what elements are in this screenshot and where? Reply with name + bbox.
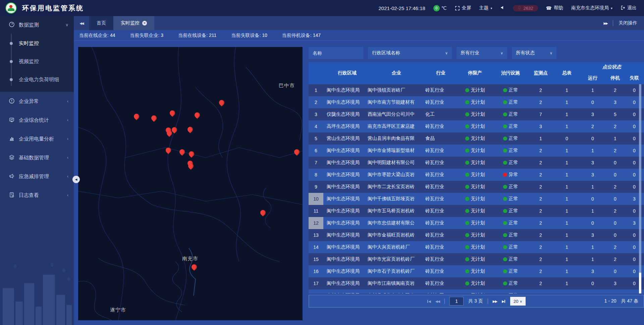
sidebar-collapse-button[interactable]: ◀ <box>72 176 80 183</box>
sidebar-item-power-usage-analysis[interactable]: 企业用电量分析 ‹ <box>0 129 74 148</box>
map-city-label: 南充市 <box>182 256 198 262</box>
prev-page-button[interactable]: ◀◀ <box>435 300 440 303</box>
table-row[interactable]: 9阆中生态环境局阆中市二龙长宝页岩砖砖瓦行业无计划正常21120 <box>309 181 644 193</box>
table-row[interactable]: 18南部生态环境局南部县砚华山砂有限公建材加工无计划正常60060 <box>309 289 644 293</box>
cell-meter-count: 1 <box>554 184 580 189</box>
cell-monitor-count: 2 <box>527 220 554 226</box>
table-body: 1阆中生态环境局阆中强锐页岩砖厂砖瓦行业无计划正常211202阆中生态环境局阆中… <box>309 84 644 293</box>
tab-realtime-monitoring[interactable]: 实时监控 ✕ <box>113 16 154 30</box>
status-select[interactable]: 所有状态∨ <box>512 47 556 59</box>
next-page-button[interactable]: ▶▶ <box>493 300 497 303</box>
sidebar-item-enterprise-abnormal[interactable]: 企业异常 ‹ <box>0 92 74 111</box>
status-dot-icon <box>503 233 507 237</box>
vertical-scrollbar[interactable] <box>639 84 641 293</box>
cell-stop-count: 2 <box>606 148 625 153</box>
cell-facility: 正常 <box>494 280 527 286</box>
cell-stop-count: 5 <box>606 112 625 117</box>
table-row[interactable]: 16阆中生态环境局阆中市石子页岩机砖厂砖瓦行业无计划正常21300 <box>309 265 644 277</box>
industry-select[interactable]: 所有行业∨ <box>457 47 507 59</box>
cell-company: 阆中明阳建材有限公司 <box>368 160 425 166</box>
org-dropdown[interactable]: 南充市生态环境局▾ <box>571 5 612 11</box>
table-row[interactable]: 6阆中生态环境局阆中市金博瑞新型墙材砖瓦行业无计划正常21120 <box>309 145 644 157</box>
sidebar-item-emergency-reduction[interactable]: 应急减排管理 ‹ <box>0 167 74 186</box>
layers-icon <box>9 154 15 161</box>
table-row[interactable]: 10阆中生态环境局阆中千佛镇五郎垭页岩砖瓦行业无计划正常21003 <box>309 193 644 205</box>
table-row[interactable]: 8阆中生态环境局阆中市枣碧大梁山页岩砖瓦行业无计划异常21300 <box>309 169 644 181</box>
cell-index: 1 <box>309 88 323 93</box>
close-operations-button[interactable]: 关闭操作 <box>613 20 637 26</box>
tabs-scroll-left-icon[interactable]: ◀◀ <box>74 16 89 30</box>
chevron-down-icon: ∨ <box>445 51 448 55</box>
page-number-input[interactable] <box>449 297 464 306</box>
table-row[interactable]: 14阆中生态环境局阆中大兴页岩机砖厂砖瓦行业无计划正常21120 <box>309 241 644 253</box>
table-row[interactable]: 12阆中生态环境局阆中市忠信建材有限公砖瓦行业无计划正常21003 <box>309 217 644 229</box>
tab-bar: ◀◀ 首页 实时监控 ✕ ▶▶ 关闭操作 <box>74 16 644 30</box>
stat-label: 当前在线设备: <box>178 33 208 38</box>
tab-close-icon[interactable]: ✕ <box>142 21 147 25</box>
cell-region: 阆中生态环境局 <box>323 196 368 202</box>
scrollbar-thumb[interactable] <box>639 273 641 293</box>
voice-mute-button[interactable] <box>500 5 505 11</box>
cell-stop-limit: 无计划 <box>456 220 494 226</box>
cell-company: 阆中市南方节能建材有 <box>368 99 425 105</box>
cell-stop-count: 2 <box>606 88 625 93</box>
cell-facility: 正常 <box>494 268 527 274</box>
cell-stop-count: 2 <box>606 208 625 214</box>
cell-company: 阆中市金博瑞新型墙材 <box>368 148 425 154</box>
status-dot-icon <box>465 233 469 237</box>
sidebar-item-video-monitoring[interactable]: 视频监控 <box>0 52 74 70</box>
cell-stop-limit: 无计划 <box>456 208 494 214</box>
region-select[interactable]: 行政区域名称∨ <box>368 47 452 59</box>
table-row[interactable]: 4高坪生态环境局南充市高坪区王家店建砖瓦行业无计划正常31220 <box>309 120 644 132</box>
sidebar-item-realtime-monitoring[interactable]: 实时监控 <box>0 34 74 52</box>
total-pages-label: 共 3 页 <box>468 298 483 304</box>
cell-meter-count: 1 <box>554 269 580 274</box>
help-button[interactable]: ☎ 帮助 <box>546 5 563 11</box>
sidebar-item-log-view[interactable]: 日志查看 ‹ <box>0 186 74 205</box>
last-page-button[interactable]: ▶ <box>502 300 505 303</box>
cell-run-count: 2 <box>580 124 606 129</box>
theme-dropdown[interactable]: 主题▾ <box>479 5 492 11</box>
col-group-point-status: 点位状态 运行 停机 失联 <box>580 62 644 84</box>
tab-home[interactable]: 首页 <box>89 16 113 30</box>
table-row[interactable]: 5营山生态环境局营山县润丰肉食品有限食品无计划正常10010 <box>309 132 644 145</box>
cell-run-count: 1 <box>580 184 606 189</box>
fullscreen-button[interactable]: 全屏 <box>455 5 471 11</box>
temperature-badge: 0 <box>433 5 440 11</box>
cell-region: 阆中生态环境局 <box>323 220 368 226</box>
col-company: 企业 <box>368 62 425 84</box>
table-row[interactable]: 2阆中生态环境局阆中市南方节能建材有砖瓦行业无计划正常21030 <box>309 96 644 108</box>
cell-industry: 砖瓦行业 <box>425 184 456 190</box>
cell-index: 9 <box>309 184 323 189</box>
sidebar-item-power-load-detail[interactable]: 企业电力负荷明细 <box>0 70 74 89</box>
table-row[interactable]: 17阆中生态环境局阆中市江南镇阆南页岩砖瓦行业无计划正常21030 <box>309 277 644 289</box>
first-page-button[interactable]: ◀ <box>427 300 431 303</box>
cell-run-count: 1 <box>580 148 606 153</box>
map-panel[interactable]: 巴中市南充市遂宁市 <box>78 47 303 320</box>
table-row[interactable]: 3仪陇生态环境局西南油气田分公司川中化工无计划正常71350 <box>309 108 644 120</box>
page-size-select[interactable]: 20∨ <box>510 297 526 306</box>
cell-region: 南部生态环境局 <box>323 292 368 293</box>
table-row[interactable]: 15阆中生态环境局阆中市光富页岩机砖厂砖瓦行业无计划正常21120 <box>309 253 644 265</box>
logout-button[interactable]: 退出 <box>621 5 637 11</box>
cell-facility: 正常 <box>494 184 527 190</box>
name-search-input[interactable] <box>309 47 363 59</box>
stat-item-4: 当前停机设备:147 <box>282 33 321 39</box>
cell-stop-limit: 无计划 <box>456 136 494 142</box>
cell-facility: 正常 <box>494 148 527 154</box>
sidebar-item-data-monitoring[interactable]: 数据监测 ∨ <box>0 16 74 34</box>
status-dot-icon <box>465 100 469 104</box>
notification-badge[interactable]: 2632 <box>513 5 538 11</box>
tabs-scroll-right-icon[interactable]: ▶▶ <box>604 21 607 25</box>
sidebar-item-base-data-management[interactable]: 基础数据管理 ‹ <box>0 148 74 167</box>
cell-run-count: 3 <box>580 172 606 177</box>
table-row[interactable]: 1阆中生态环境局阆中强锐页岩砖厂砖瓦行业无计划正常21120 <box>309 84 644 96</box>
cell-index: 3 <box>309 112 323 117</box>
table-row[interactable]: 13阆中生态环境局阆中市金福旺页岩机砖砖瓦行业无计划正常21300 <box>309 229 644 241</box>
cell-stop-count: 2 <box>606 245 625 250</box>
filter-bar: 行政区域名称∨ 所有行业∨ 所有状态∨ <box>309 47 644 59</box>
sidebar-item-enterprise-statistics[interactable]: 企业综合统计 ‹ <box>0 111 74 129</box>
table-row[interactable]: 7阆中生态环境局阆中明阳建材有限公司砖瓦行业无计划正常21300 <box>309 157 644 169</box>
table-row[interactable]: 11阆中生态环境局阆中市五马桥页岩机砖砖瓦行业无计划正常21120 <box>309 205 644 217</box>
cell-monitor-count: 1 <box>527 136 554 141</box>
